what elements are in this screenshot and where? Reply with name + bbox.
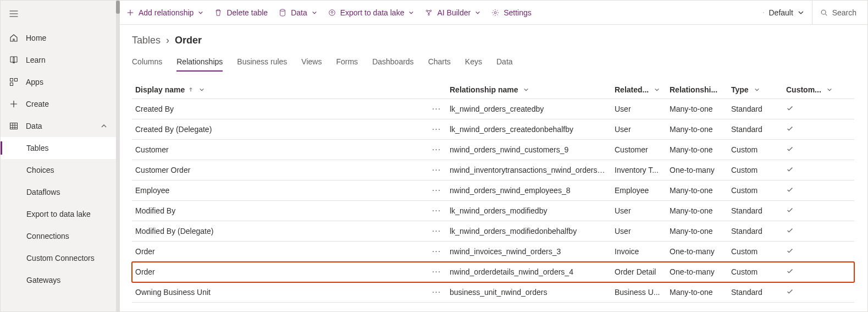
settings-button[interactable]: Settings — [487, 4, 536, 21]
cell-related: User — [611, 101, 666, 117]
sidebar-item-label: Choices — [26, 166, 54, 174]
tab-business-rules[interactable]: Business rules — [237, 54, 287, 72]
cell-relationship-type: Many-to-one — [666, 142, 728, 157]
sidebar-item-dataflows[interactable]: Dataflows — [1, 181, 116, 203]
row-more-button[interactable]: ··· — [429, 242, 446, 261]
cell-text: Invoice — [615, 247, 639, 256]
export-data-lake-button[interactable]: Export to data lake — [324, 4, 419, 21]
table-row[interactable]: Customer Order ··· nwind_inventorytransa… — [132, 160, 854, 180]
table-row[interactable]: Modified By (Delegate) ··· lk_nwind_orde… — [132, 221, 854, 242]
search-box[interactable]: Search — [812, 1, 862, 24]
search-placeholder: Search — [832, 8, 856, 17]
col-header-menu — [429, 86, 446, 93]
tab-label: Columns — [132, 57, 162, 66]
cell-text: Many-to-one — [670, 227, 713, 236]
row-more-button[interactable]: ··· — [429, 119, 446, 139]
tab-columns[interactable]: Columns — [132, 54, 162, 72]
sidebar-item-label: Learn — [26, 56, 46, 64]
add-relationship-button[interactable]: Add relationship — [122, 4, 208, 21]
sidebar-scrollbar[interactable] — [116, 1, 120, 311]
cell-type: Standard — [728, 284, 783, 300]
row-more-button[interactable]: ··· — [429, 221, 446, 241]
cell-related: Invoice — [611, 244, 666, 259]
hamburger-button[interactable] — [1, 1, 116, 27]
tab-strip: Columns Relationships Business rules Vie… — [132, 54, 854, 72]
row-more-button[interactable]: ··· — [429, 282, 446, 302]
tab-keys[interactable]: Keys — [465, 54, 482, 72]
sidebar-item-custom-connectors[interactable]: Custom Connectors — [1, 247, 116, 269]
row-more-button[interactable]: ··· — [429, 262, 446, 282]
cell-display-name: Customer Order — [132, 162, 429, 178]
col-header-label: Display name — [135, 85, 185, 94]
cell-text: Custom — [731, 247, 758, 256]
cell-text: Customer — [135, 145, 169, 154]
col-header-display-name[interactable]: Display name — [132, 82, 429, 97]
sidebar-item-label: Dataflows — [26, 188, 60, 196]
cell-type: Standard — [728, 203, 783, 218]
cell-relationship-name: business_unit_nwind_orders — [446, 284, 611, 300]
cell-related: Customer — [611, 142, 666, 157]
tab-relationships[interactable]: Relationships — [176, 54, 223, 72]
col-header-label: Type — [731, 85, 749, 94]
sidebar-scrollbar-thumb[interactable] — [116, 1, 120, 14]
table-row[interactable]: Order ··· nwind_orderdetails_nwind_order… — [132, 262, 854, 282]
sidebar-item-home[interactable]: Home — [1, 27, 116, 49]
cell-relationship-type: One-to-many — [666, 244, 728, 259]
table-row[interactable]: Created By ··· lk_nwind_orders_createdby… — [132, 99, 854, 119]
nav-list: Home Learn Apps Create Data Tables — [1, 27, 116, 291]
breadcrumb: Tables › Order — [132, 35, 854, 46]
table-row[interactable]: Created By (Delegate) ··· lk_nwind_order… — [132, 119, 854, 140]
sidebar-item-apps[interactable]: Apps — [1, 71, 116, 93]
breadcrumb-root[interactable]: Tables — [132, 35, 161, 46]
table-row[interactable]: Modified By ··· lk_nwind_orders_modified… — [132, 201, 854, 221]
check-icon — [786, 105, 794, 114]
data-button[interactable]: Data — [274, 4, 322, 21]
delete-table-button[interactable]: Delete table — [210, 4, 272, 21]
col-header-relationship-type[interactable]: Relationshi... — [666, 82, 728, 97]
row-more-button[interactable]: ··· — [429, 201, 446, 221]
cell-text: nwind_orderdetails_nwind_orders_4 — [450, 267, 573, 276]
cell-relationship-name: lk_nwind_orders_modifiedonbehalfby — [446, 223, 611, 239]
table-row[interactable]: Owning Business Unit ··· business_unit_n… — [132, 282, 854, 303]
sidebar-item-connections[interactable]: Connections — [1, 225, 116, 247]
table-row[interactable]: Employee ··· nwind_orders_nwind_employee… — [132, 180, 854, 201]
apps-icon — [9, 78, 18, 86]
tab-forms[interactable]: Forms — [336, 54, 358, 72]
content-area: Tables › Order Columns Relationships Bus… — [117, 25, 867, 311]
col-header-relationship-name[interactable]: Relationship name — [446, 82, 611, 97]
relationships-table: Display name Relationship name Related..… — [132, 80, 854, 311]
sidebar-item-data[interactable]: Data — [1, 115, 116, 137]
tab-label: Dashboards — [372, 57, 414, 66]
view-selector-button[interactable]: Default — [758, 8, 809, 17]
sidebar-item-gateways[interactable]: Gateways — [1, 269, 116, 291]
sidebar-item-label: Export to data lake — [26, 210, 91, 218]
sidebar-item-export-lake[interactable]: Export to data lake — [1, 203, 116, 225]
cmd-label: AI Builder — [437, 8, 471, 17]
cell-related: Inventory T... — [611, 162, 666, 178]
row-more-button[interactable]: ··· — [429, 180, 446, 200]
cell-text: Standard — [731, 288, 762, 297]
tab-dashboards[interactable]: Dashboards — [372, 54, 414, 72]
sidebar-item-learn[interactable]: Learn — [1, 49, 116, 71]
col-header-related[interactable]: Related... — [611, 82, 666, 97]
row-more-button[interactable]: ··· — [429, 99, 446, 119]
cell-custom — [783, 264, 854, 280]
cell-relationship-name: nwind_orders_nwind_employees_8 — [446, 183, 611, 198]
cell-type: Custom — [728, 142, 783, 157]
tab-views[interactable]: Views — [301, 54, 322, 72]
tab-charts[interactable]: Charts — [428, 54, 451, 72]
cmd-label: Data — [291, 8, 307, 17]
sidebar-item-create[interactable]: Create — [1, 93, 116, 115]
table-row[interactable]: Customer ··· nwind_orders_nwind_customer… — [132, 140, 854, 160]
sidebar-item-tables[interactable]: Tables — [1, 137, 116, 159]
table-row[interactable]: Order ··· nwind_invoices_nwind_orders_3 … — [132, 242, 854, 262]
row-more-button[interactable]: ··· — [429, 140, 446, 160]
tab-data[interactable]: Data — [496, 54, 513, 72]
sidebar-item-choices[interactable]: Choices — [1, 159, 116, 181]
ai-builder-button[interactable]: AI Builder — [421, 4, 485, 21]
col-header-type[interactable]: Type — [728, 82, 783, 97]
row-more-button[interactable]: ··· — [429, 160, 446, 180]
col-header-custom[interactable]: Custom... — [783, 82, 854, 97]
cell-text: Employee — [615, 186, 649, 195]
trash-icon — [214, 9, 222, 17]
